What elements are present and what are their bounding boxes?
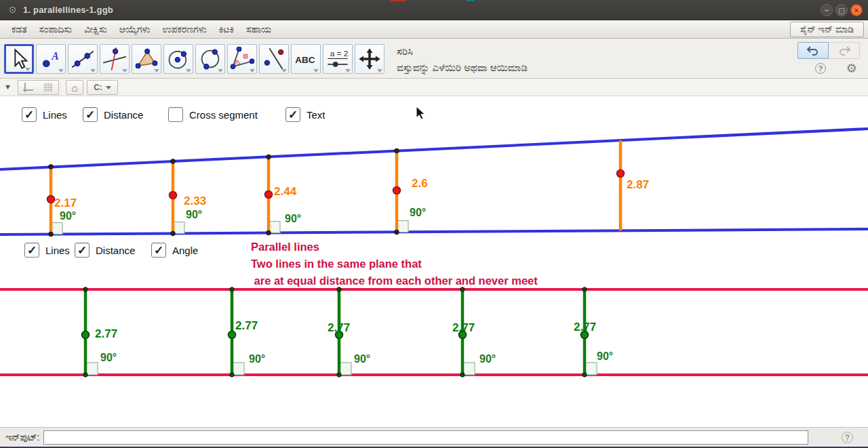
graphics-view[interactable]: 2.1790°2.3390°2.4490°2.690°2.872.7790°2.… [0, 96, 868, 427]
menu-item-6[interactable]: ಸಹಾಯ [240, 21, 277, 38]
checkbox-bottom-distance[interactable]: ✓Distance [75, 242, 135, 258]
sign-in-button[interactable]: ಸೈನ್ ಇನ್ ಮಾಡಿ [790, 22, 864, 37]
help-icon[interactable]: ? [815, 63, 826, 74]
segment-endpoint[interactable] [337, 373, 341, 377]
segment-endpoint[interactable] [230, 373, 234, 377]
definition-text-line: are at equal distance from each other an… [251, 272, 538, 289]
right-angle-marker [339, 363, 351, 375]
input-help-icon[interactable]: ? [842, 432, 853, 443]
tool-circle-through-points-button[interactable] [195, 44, 225, 74]
move-graphics-view-icon [357, 47, 382, 71]
angle-label: 90° [100, 352, 117, 363]
tool-polygon-button[interactable] [132, 44, 161, 74]
checked-checkbox-icon[interactable]: ✓ [75, 243, 90, 258]
checkbox-top-cross-segment[interactable]: Cross segment [168, 106, 258, 123]
segment-endpoint[interactable] [583, 287, 587, 291]
minimize-button[interactable]: − [821, 4, 833, 16]
checkbox-label: Text [307, 109, 326, 121]
tool-dropdown-arrow-icon[interactable] [313, 69, 319, 73]
tool-dropdown-arrow-icon[interactable] [218, 69, 223, 73]
segment-midpoint[interactable] [47, 196, 55, 203]
checkbox-bottom-angle[interactable]: ✓Angle [151, 242, 198, 258]
segment-endpoint[interactable] [267, 155, 271, 159]
segment-endpoint[interactable] [49, 165, 54, 169]
segment-endpoint[interactable] [583, 373, 587, 377]
checkbox-bottom-lines[interactable]: ✓Lines [24, 242, 70, 258]
redo-button[interactable] [829, 42, 860, 59]
tool-dropdown-arrow-icon[interactable] [186, 69, 191, 73]
menu-item-5[interactable]: ಕಿಟಕಿ [213, 21, 240, 38]
show-axes-button[interactable] [18, 80, 39, 95]
text-icon: ABC [294, 47, 318, 71]
segment-endpoint[interactable] [460, 373, 465, 377]
tool-slider-button[interactable]: a = 2 [323, 44, 353, 74]
checked-checkbox-icon[interactable]: ✓ [151, 243, 166, 258]
tool-dropdown-arrow-icon[interactable] [90, 69, 96, 73]
tool-dropdown-arrow-icon[interactable] [377, 69, 382, 73]
show-grid-button[interactable] [38, 80, 59, 95]
tool-move-button[interactable] [4, 44, 34, 74]
tool-dropdown-arrow-icon[interactable] [250, 69, 255, 73]
settings-gear-icon[interactable]: ⚙ [846, 61, 857, 76]
checked-checkbox-icon[interactable]: ✓ [22, 107, 37, 122]
segment-midpoint[interactable] [265, 191, 273, 199]
checked-checkbox-icon[interactable]: ✓ [285, 107, 300, 122]
line-icon [71, 47, 95, 71]
checkbox-top-distance[interactable]: ✓Distance [83, 106, 143, 123]
titlebar[interactable]: 1. parallellines-1.ggb − ▢ × [0, 0, 868, 20]
tool-circle-with-center-button[interactable] [163, 44, 193, 74]
segment-midpoint[interactable] [393, 187, 401, 195]
blue-line-lower[interactable] [0, 229, 868, 235]
menu-item-1[interactable]: ಸಂಪಾದಿಸು [33, 21, 78, 38]
checkbox-label: Distance [96, 245, 135, 256]
tool-perpendicular-line-button[interactable] [100, 44, 130, 74]
tool-dropdown-arrow-icon[interactable] [25, 68, 31, 71]
menu-item-3[interactable]: ಆಯ್ಕೆಗಳು [113, 21, 157, 38]
close-button[interactable]: × [850, 4, 863, 16]
tool-text-button[interactable]: ABC [291, 44, 321, 74]
tool-dropdown-arrow-icon[interactable] [58, 69, 64, 73]
checked-checkbox-icon[interactable]: ✓ [24, 243, 39, 258]
tool-dropdown-arrow-icon[interactable] [154, 69, 159, 73]
segment-midpoint[interactable] [82, 331, 90, 339]
maximize-button[interactable]: ▢ [835, 4, 848, 16]
segment-midpoint[interactable] [229, 331, 236, 339]
checkbox-top-lines[interactable]: ✓Lines [22, 106, 67, 123]
checkbox-top-text[interactable]: ✓Text [285, 106, 326, 123]
point-capturing-button[interactable]: C: [87, 80, 118, 95]
chevron-down-icon [106, 86, 111, 89]
tool-point-button[interactable]: A [36, 44, 66, 74]
segment-endpoint[interactable] [171, 231, 176, 236]
segment-endpoint[interactable] [49, 232, 54, 237]
segment-endpoint[interactable] [395, 148, 399, 153]
checked-checkbox-icon[interactable]: ✓ [83, 107, 98, 122]
segment-endpoint[interactable] [83, 287, 87, 291]
svg-text:A: A [51, 50, 59, 62]
menu-item-2[interactable]: ವೀಕ್ಷಿಸು [78, 21, 113, 38]
tool-dropdown-arrow-icon[interactable] [345, 69, 351, 73]
segment-endpoint[interactable] [267, 230, 271, 235]
reflect-about-line-icon [262, 47, 286, 71]
tool-line-button[interactable] [68, 44, 98, 74]
unchecked-checkbox-icon[interactable] [168, 107, 183, 122]
undo-button[interactable] [797, 42, 829, 59]
tool-move-graphics-view-button[interactable] [355, 44, 384, 74]
menu-item-0[interactable]: ಕಡತ [5, 21, 33, 38]
checkbox-label: Lines [43, 109, 67, 121]
standard-view-button[interactable]: ⌂ [66, 80, 83, 95]
segment-midpoint[interactable] [617, 170, 625, 178]
tool-dropdown-arrow-icon[interactable] [281, 69, 287, 73]
segment-endpoint[interactable] [83, 373, 87, 377]
tool-dropdown-arrow-icon[interactable] [122, 69, 127, 73]
parallel-lines-definition-text: Parallel linesTwo lines in the same plan… [251, 239, 538, 289]
tool-reflect-about-line-button[interactable] [259, 44, 289, 74]
segment-endpoint[interactable] [395, 230, 399, 235]
algebra-input[interactable] [43, 430, 808, 445]
tool-angle-button[interactable] [227, 44, 257, 74]
segment-endpoint[interactable] [230, 287, 234, 291]
menu-item-4[interactable]: ಉಪಕರಣಗಳು [157, 21, 213, 38]
segment-endpoint[interactable] [171, 159, 176, 164]
stylebar-caret-icon[interactable]: ▼ [4, 83, 12, 91]
segment-midpoint[interactable] [170, 192, 177, 199]
blue-line-upper[interactable] [0, 129, 868, 169]
